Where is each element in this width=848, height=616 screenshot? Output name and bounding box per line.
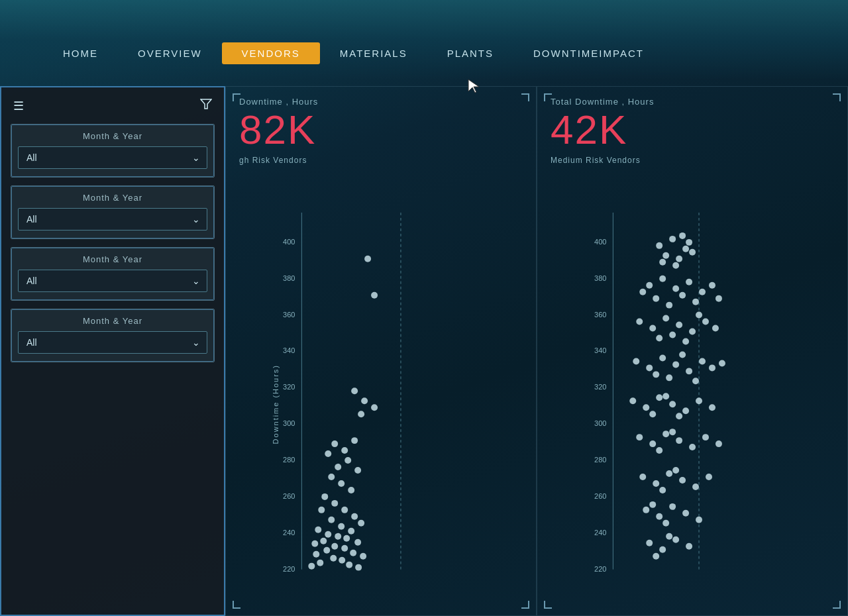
- corner-tr-right: [833, 93, 841, 101]
- svg-text:380: 380: [594, 274, 606, 282]
- filter-select-2[interactable]: All: [19, 209, 207, 230]
- left-chart-value: 82K: [239, 109, 523, 150]
- svg-point-27: [328, 473, 335, 480]
- svg-point-14: [364, 255, 371, 262]
- svg-text:280: 280: [283, 456, 295, 464]
- svg-point-131: [716, 440, 722, 447]
- svg-point-149: [646, 539, 653, 546]
- svg-point-30: [321, 493, 328, 499]
- sidebar-header: ☰: [8, 94, 217, 120]
- nav-materials[interactable]: Materials: [320, 42, 427, 64]
- nav-downtime[interactable]: DowntimeImpact: [513, 42, 664, 64]
- svg-point-74: [676, 255, 682, 262]
- svg-point-81: [659, 275, 666, 282]
- svg-point-75: [689, 248, 696, 255]
- svg-point-38: [315, 526, 321, 533]
- svg-point-151: [672, 536, 679, 542]
- nav-overview[interactable]: Overview: [118, 42, 222, 64]
- svg-point-130: [702, 434, 709, 440]
- svg-point-53: [339, 556, 345, 563]
- filter-select-3[interactable]: All: [19, 270, 207, 291]
- filter-select-wrapper-2: All ⌄: [18, 208, 207, 231]
- svg-point-89: [709, 282, 716, 288]
- svg-point-33: [318, 506, 325, 513]
- svg-point-137: [679, 476, 686, 483]
- svg-point-42: [343, 535, 350, 541]
- svg-point-57: [355, 564, 362, 570]
- svg-point-16: [351, 387, 358, 394]
- svg-point-50: [313, 550, 319, 557]
- svg-point-48: [323, 546, 330, 553]
- svg-point-134: [639, 473, 646, 480]
- corner-tl-right: [544, 93, 552, 101]
- nav-plants[interactable]: Plants: [427, 42, 513, 64]
- svg-point-92: [636, 318, 643, 325]
- svg-text:360: 360: [283, 310, 295, 318]
- svg-point-103: [633, 358, 639, 364]
- svg-text:280: 280: [594, 456, 606, 464]
- filter-label-3: Month & Year: [18, 254, 207, 264]
- svg-point-19: [358, 411, 364, 417]
- svg-point-94: [662, 315, 669, 321]
- svg-point-45: [311, 540, 318, 546]
- svg-point-124: [676, 413, 682, 419]
- svg-point-102: [696, 311, 702, 318]
- hamburger-icon[interactable]: ☰: [13, 99, 24, 113]
- filter-select-4[interactable]: All: [19, 332, 207, 353]
- svg-point-28: [338, 480, 344, 486]
- svg-point-119: [682, 407, 689, 414]
- svg-point-37: [338, 523, 344, 529]
- svg-point-90: [639, 288, 646, 295]
- svg-text:220: 220: [594, 564, 606, 572]
- nav-vendors[interactable]: Vendors: [222, 42, 320, 64]
- svg-point-41: [335, 533, 341, 539]
- svg-point-29: [348, 486, 354, 493]
- filter-select-wrapper-3: All ⌄: [18, 270, 207, 292]
- svg-point-49: [350, 549, 356, 556]
- filter-label-2: Month & Year: [18, 193, 207, 203]
- svg-point-35: [328, 516, 335, 523]
- svg-point-55: [346, 561, 352, 568]
- svg-point-126: [649, 440, 656, 447]
- svg-point-96: [689, 328, 696, 334]
- svg-point-15: [371, 291, 378, 298]
- svg-point-123: [662, 393, 669, 399]
- sidebar-panel: ☰ Month & Year All ⌄ Month & Year All ⌄ …: [0, 86, 225, 616]
- chart-panel-left: Downtime , Hours 82K gh Risk Vendors 220…: [225, 86, 537, 616]
- svg-text:380: 380: [283, 274, 295, 282]
- svg-point-118: [669, 401, 676, 407]
- left-chart-tag: gh Risk Vendors: [239, 156, 523, 165]
- svg-point-104: [646, 364, 653, 371]
- filter-label-1: Month & Year: [18, 131, 207, 141]
- svg-point-83: [686, 278, 692, 285]
- svg-point-154: [666, 533, 672, 539]
- svg-point-20: [331, 440, 338, 447]
- svg-point-73: [662, 252, 669, 258]
- left-chart-subtitle: Downtime , Hours: [239, 97, 523, 107]
- filter-icon[interactable]: [200, 98, 212, 113]
- svg-point-147: [662, 519, 669, 526]
- svg-point-129: [689, 444, 696, 450]
- svg-text:340: 340: [594, 346, 606, 354]
- svg-point-70: [656, 242, 662, 248]
- filter-select-1[interactable]: All: [19, 147, 207, 168]
- filter-label-4: Month & Year: [18, 316, 207, 326]
- svg-text:320: 320: [594, 383, 606, 391]
- svg-point-139: [706, 473, 712, 480]
- svg-point-93: [649, 325, 656, 331]
- svg-text:340: 340: [283, 346, 295, 354]
- svg-point-25: [335, 464, 341, 470]
- svg-point-148: [649, 501, 656, 507]
- nav-home[interactable]: Home: [43, 42, 118, 64]
- corner-tr-left: [521, 93, 529, 101]
- svg-point-71: [669, 235, 676, 242]
- svg-point-142: [643, 506, 649, 513]
- svg-point-145: [682, 509, 689, 516]
- svg-point-36: [358, 519, 364, 526]
- svg-point-34: [351, 513, 358, 519]
- filter-group-1: Month & Year All ⌄: [11, 124, 215, 178]
- svg-point-112: [679, 351, 686, 358]
- svg-point-95: [676, 321, 682, 328]
- svg-point-23: [325, 450, 331, 457]
- svg-point-46: [331, 542, 338, 549]
